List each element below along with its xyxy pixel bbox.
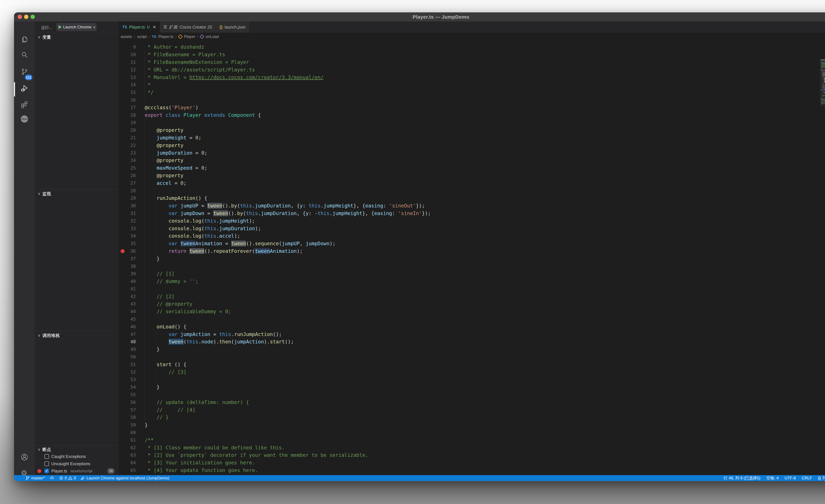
search-icon[interactable] [21, 51, 28, 58]
encoding-item[interactable]: UTF-8 [784, 476, 796, 481]
line-number[interactable]: 52 [119, 369, 136, 375]
line-number[interactable]: 19 [119, 120, 136, 125]
checkbox-unchecked[interactable] [45, 461, 49, 466]
code-line[interactable]: 26 @property [119, 172, 820, 179]
line-number[interactable]: 30 [119, 203, 136, 208]
line-number[interactable]: 62 [119, 445, 136, 450]
code-line[interactable]: 37 } [119, 255, 820, 263]
line-number[interactable]: 35 [119, 241, 136, 246]
code-line[interactable]: 55 [119, 391, 820, 399]
line-number[interactable]: 60 [119, 430, 136, 435]
code-line[interactable]: 43 // @property [119, 300, 820, 308]
code-line[interactable]: 21 jumpHeight = 0; [119, 134, 820, 142]
line-number[interactable]: 55 [119, 392, 136, 397]
json-extension-icon[interactable]: Json [21, 115, 28, 123]
breadcrumb-player-ts[interactable]: Player.ts [158, 34, 173, 39]
breadcrumb-player-class[interactable]: Player [184, 34, 195, 39]
code-line[interactable]: 18export class Player extends Component … [119, 111, 820, 119]
code-line[interactable]: 10 * FileBasename = Player.ts [119, 51, 820, 58]
code-line[interactable]: 44 // serializableDummy = 0; [119, 308, 820, 315]
line-number[interactable]: 43 [119, 301, 136, 306]
code-line[interactable]: 27 accel = 0; [119, 179, 820, 187]
title-bar[interactable]: Player.ts — JumpDemo [14, 12, 825, 21]
code-line[interactable]: 11 * FileBasenameNoExtension = Player [119, 58, 820, 66]
line-number[interactable]: 39 [119, 271, 136, 276]
line-number[interactable]: 58 [119, 415, 136, 420]
code-line[interactable]: 62 * [1] Class member could be defined l… [119, 444, 820, 451]
minimap[interactable] [820, 59, 825, 475]
section-callstack[interactable]: ∨ 调用堆栈 [35, 332, 119, 339]
sync-changes-button[interactable] [50, 476, 54, 480]
code-line[interactable]: 40 // dummy = ''; [119, 278, 820, 285]
section-watch[interactable]: ∨ 监视 [35, 190, 119, 197]
line-number[interactable]: 11 [119, 60, 136, 65]
line-number[interactable]: 23 [119, 150, 136, 155]
line-number[interactable]: 38 [119, 264, 136, 269]
code-line[interactable]: 53 [119, 376, 820, 383]
close-tab-icon[interactable]: ✕ [153, 25, 156, 29]
code-line[interactable]: 23 jumpDuration = 0; [119, 149, 820, 157]
code-line[interactable]: 45 [119, 315, 820, 323]
code-line[interactable]: 13 * ManualUrl = https://docs.cocos.com/… [119, 73, 820, 81]
tab-extension-cocos[interactable]: ☰ 扩展: Cocos Creator JS [160, 21, 216, 33]
line-number[interactable]: 63 [119, 452, 136, 458]
code-line[interactable]: 35 var tweenAnimation = tween().sequence… [119, 240, 820, 247]
debug-config-dropdown[interactable]: Launch Chrome ∨ [56, 23, 97, 31]
code-line[interactable]: 9 * Author = dushandz [119, 43, 820, 51]
code-line[interactable]: 33 console.log(this.jumpDuration); [119, 225, 820, 232]
code-line[interactable]: 57 // // [4] [119, 406, 820, 414]
code-line[interactable]: 52 // [3] [119, 368, 820, 376]
section-variables[interactable]: ∨ 变量 [35, 33, 119, 41]
line-number[interactable]: 24 [119, 158, 136, 163]
breadcrumb-assets[interactable]: assets [121, 34, 132, 39]
code-line[interactable]: 50 [119, 353, 820, 361]
line-number[interactable]: 44 [119, 309, 136, 314]
code-line[interactable]: 30 var jumpUP = tween().by(this.jumpDura… [119, 202, 820, 210]
code-line[interactable]: 54 } [119, 383, 820, 391]
line-number[interactable]: 42 [119, 294, 136, 299]
line-number[interactable]: 32 [119, 218, 136, 223]
breakpoint-dot-icon[interactable] [121, 249, 125, 253]
code-line[interactable]: 38 [119, 263, 820, 270]
code-line[interactable]: 28 [119, 187, 820, 195]
code-line[interactable]: 61/** [119, 436, 820, 444]
start-debug-icon[interactable] [59, 25, 62, 29]
line-number[interactable]: 12 [119, 67, 136, 72]
line-number[interactable]: 46 [119, 324, 136, 329]
code-line[interactable]: 36 return tween().repeatForever(tweenAni… [119, 247, 820, 255]
code-line[interactable]: 14 * [119, 81, 820, 89]
line-number[interactable]: 15 [119, 90, 136, 95]
code-line[interactable]: 41 [119, 285, 820, 293]
code-line[interactable]: 32 console.log(this.jumpHeight); [119, 217, 820, 225]
code-line[interactable]: 31 var jumpDown = tween().by(this.jumpDu… [119, 210, 820, 217]
breakpoint-uncaught-exceptions[interactable]: Uncaught Exceptions [35, 460, 119, 467]
debug-status-item[interactable]: Launch Chrome against localhost (JumpDem… [81, 476, 169, 481]
line-number[interactable]: 20 [119, 128, 136, 133]
code-line[interactable]: 47 var jumpAction = this.runJumpAction()… [119, 331, 820, 338]
code-line[interactable]: 60 [119, 429, 820, 436]
source-control-icon[interactable] [21, 68, 28, 75]
breakpoint-player-ts[interactable]: ✓ Player.ts assets/script 36 [35, 467, 119, 475]
line-number[interactable]: 61 [119, 437, 136, 443]
line-number[interactable]: 22 [119, 143, 136, 148]
code-line[interactable]: 16 [119, 96, 820, 104]
code-line[interactable]: 39 // [1] [119, 270, 820, 278]
code-line[interactable]: 17@ccclass('Player') [119, 103, 820, 111]
line-number[interactable]: 34 [119, 233, 136, 238]
line-number[interactable]: 64 [119, 460, 136, 465]
close-window-icon[interactable] [18, 15, 22, 19]
eol-item[interactable]: CRLF [802, 476, 812, 481]
line-number[interactable]: 53 [119, 377, 136, 382]
line-number[interactable]: 28 [119, 188, 136, 193]
line-number[interactable]: 17 [119, 105, 136, 110]
code-line[interactable]: 64 * [3] Your initialization goes here. [119, 459, 820, 466]
checkbox-checked[interactable]: ✓ [45, 469, 49, 473]
breadcrumb-onload[interactable]: onLoad [206, 34, 219, 39]
problems-item[interactable]: 0 0 [59, 476, 76, 481]
line-number[interactable]: 65 [119, 468, 136, 473]
code-line[interactable]: 24 @property [119, 157, 820, 164]
line-number[interactable]: 56 [119, 400, 136, 405]
minimize-window-icon[interactable] [24, 15, 28, 19]
line-number[interactable]: 45 [119, 316, 136, 321]
run-debug-icon[interactable] [21, 85, 28, 92]
